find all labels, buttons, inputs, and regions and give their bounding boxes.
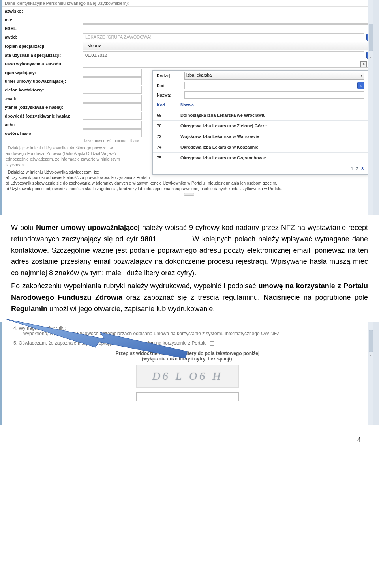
pager-1[interactable]: 1 — [351, 166, 353, 171]
pager: 1 2 3 — [153, 163, 368, 174]
pager-2[interactable]: 2 — [356, 166, 358, 171]
accept-checkbox[interactable] — [210, 341, 214, 346]
section-heading: Dane identyfikacyjne Personelu (zwanego … — [2, 0, 373, 7]
label-data-spec: ata uzyskania specjalizacji: — [2, 53, 83, 58]
cell-nazwa: Wojskowa Izba Lekarska w Warszawie — [176, 131, 368, 142]
captcha-title: Przepisz widoczne na obrazku litery do p… — [13, 351, 362, 362]
input-haslo[interactable] — [83, 121, 142, 129]
select-rodzaj-value: izba lekarska — [186, 73, 212, 77]
grid-header-nazwa: Nazwa — [176, 100, 368, 110]
table-row[interactable]: 74Okręgowa Izba Lekarska w Koszalinie — [153, 142, 368, 153]
input-nazwisko[interactable] — [83, 7, 373, 15]
scroll-thumb[interactable] — [369, 330, 373, 352]
select-rodzaj[interactable]: izba lekarska — [184, 72, 364, 80]
input-powtorz[interactable] — [83, 129, 142, 137]
label-haslo: asło: — [2, 122, 83, 127]
label-prawo: rawo wykonywania zawodu: — [2, 62, 83, 66]
table-row[interactable]: 70Okręgowa Izba Lekarska w Zielonej Górz… — [153, 121, 368, 131]
vertical-scrollbar[interactable]: ≡ — [368, 0, 373, 215]
select-stopien-value: I stopnia — [85, 43, 102, 48]
label-powtorz: owtórz hasło: — [2, 131, 83, 136]
pager-3[interactable]: 3 — [361, 166, 364, 171]
search-icon[interactable]: ⌕ — [357, 82, 364, 89]
cell-nazwa: Okręgowa Izba Lekarska w Częstochowie — [176, 153, 368, 163]
cell-nazwa: Dolnośląska Izba Lekarska we Wrocławiu — [176, 110, 368, 120]
label-pytanie: ytanie (odzyskiwanie hasła): — [2, 105, 83, 110]
input-kod[interactable] — [184, 82, 355, 89]
cell-kod: 72 — [153, 131, 176, 142]
popup-label-nazwa: Nazwa: — [157, 93, 184, 97]
table-row[interactable]: 75Okręgowa Izba Lekarska w Częstochowie — [153, 153, 368, 163]
label-umowa: umer umowy upoważniającej: — [2, 79, 83, 84]
grid-header-kod: Kod — [153, 100, 176, 110]
label-imie: mię: — [2, 17, 83, 22]
scroll-mark-icon: ≡ — [369, 55, 373, 58]
lookup-popup: ✕ Rodzaj izba lekarska Kod: ⌕ Nazwa: Kod… — [152, 70, 369, 175]
cell-kod: 69 — [153, 110, 176, 120]
cell-kod: 74 — [153, 142, 176, 152]
cell-kod: 75 — [153, 153, 176, 163]
input-nazwa[interactable] — [184, 91, 364, 99]
captcha-image: D6 L O6 H — [136, 365, 239, 388]
grid-header: Kod Nazwa — [153, 100, 368, 110]
screenshot-form: Dane identyfikacyjne Personelu (zwanego … — [0, 0, 379, 215]
declaration-line: 5. Oświadczam, że zapoznałem się i akcep… — [13, 340, 362, 346]
attach-line: - wypełniona, wydrukowana w dwóch egzemp… — [13, 331, 362, 336]
label-zawod: awód: — [2, 35, 83, 39]
label-odpowiedz: dpowiedź (odzyskiwanie hasła): — [2, 114, 83, 118]
label-stopien: topień specjalizacji: — [2, 44, 83, 49]
input-pesel[interactable] — [83, 24, 373, 32]
input-pytanie[interactable] — [83, 103, 142, 111]
article-body: W polu Numer umowy upoważniającej należy… — [0, 215, 379, 320]
cell-nazwa: Okręgowa Izba Lekarska w Zielonej Górze — [176, 121, 368, 131]
input-data-spec[interactable] — [83, 51, 364, 59]
close-icon[interactable]: ✕ — [360, 61, 367, 67]
input-telefon[interactable] — [83, 86, 142, 94]
label-pesel: ESEL: — [2, 26, 83, 31]
attach-heading: 4. Wymagane załączniki: — [13, 325, 362, 331]
table-row[interactable]: 72Wojskowa Izba Lekarska w Warszawie — [153, 131, 368, 142]
label-telefon: elefon kontaktowy: — [2, 88, 83, 92]
scroll-mark-icon: ≡ — [369, 354, 373, 357]
cell-nazwa: Okręgowa Izba Lekarska w Koszalinie — [176, 142, 368, 152]
label-email: -mail: — [2, 96, 83, 101]
regulamin-link[interactable]: Regulaminu — [128, 340, 155, 346]
input-imie[interactable] — [83, 16, 373, 24]
cell-kod: 70 — [153, 121, 176, 131]
select-stopien[interactable]: I stopnia — [83, 42, 373, 50]
screenshot-bottom: 4. Wymagane załączniki: - wypełniona, wy… — [0, 322, 379, 425]
label-organ: rgan wydający: — [2, 70, 83, 75]
vertical-scrollbar[interactable]: ≡ — [368, 322, 373, 425]
input-odpowiedz[interactable] — [83, 112, 142, 120]
scroll-thumb[interactable]: ··· — [184, 193, 194, 196]
input-prawo[interactable] — [83, 60, 373, 68]
input-organ[interactable] — [83, 69, 142, 77]
scroll-thumb[interactable] — [369, 24, 373, 51]
input-email[interactable] — [83, 95, 142, 103]
popup-label-rodzaj: Rodzaj — [157, 73, 184, 78]
input-zawod[interactable] — [83, 33, 364, 41]
captcha-input[interactable] — [136, 392, 239, 401]
input-umowa[interactable] — [83, 77, 142, 85]
table-row[interactable]: 69Dolnośląska Izba Lekarska we Wrocławiu — [153, 110, 368, 121]
label-nazwisko: azwisko: — [2, 9, 83, 13]
popup-label-kod: Kod: — [157, 83, 184, 88]
horizontal-scrollbar[interactable]: ··· — [2, 194, 373, 194]
page-number: 4 — [0, 425, 379, 452]
